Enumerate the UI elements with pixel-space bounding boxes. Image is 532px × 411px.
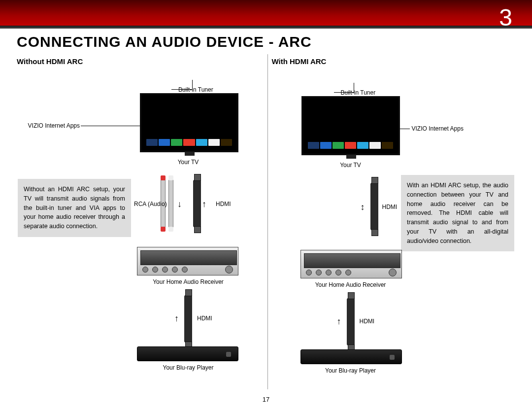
left-subhead: Without HDMI ARC (17, 57, 264, 66)
cable-row-top (370, 183, 378, 230)
arrow-up-icon: ↑ (202, 200, 206, 208)
callout-apps: VIZIO Internet Apps (412, 125, 464, 132)
column-without-arc: Without HDMI ARC Built-in Tuner VIZIO In… (17, 54, 264, 389)
left-diagram: Built-in Tuner VIZIO Internet Apps Witho… (17, 72, 264, 378)
bluray-icon (300, 349, 402, 364)
right-subhead: With HDMI ARC (272, 57, 519, 66)
label-receiver: Your Home Audio Receiver (139, 278, 237, 285)
callout-tuner: Built-in Tuner (178, 86, 213, 93)
label-tv: Your TV (301, 162, 400, 169)
page-number: 17 (0, 396, 532, 403)
app-row-icon (308, 142, 394, 149)
tv-illustration (301, 96, 400, 155)
content-columns: Without HDMI ARC Built-in Tuner VIZIO In… (0, 54, 532, 389)
label-tv: Your TV (139, 159, 237, 166)
arrow-up-icon: ↑ (337, 317, 341, 326)
column-with-arc: With HDMI ARC Built-in Tuner VIZIO Inter… (272, 54, 519, 389)
cable-row-bottom (347, 298, 355, 345)
app-row-icon (146, 139, 232, 146)
header-shadow (0, 26, 532, 29)
callout-apps: VIZIO Internet Apps (21, 122, 80, 129)
hdmi-cable-icon (184, 295, 192, 342)
cable-row-bottom (184, 295, 192, 342)
column-divider (267, 54, 268, 389)
tv-illustration (140, 93, 238, 152)
tv-icon (301, 96, 400, 155)
tv-icon (140, 93, 238, 152)
receiver-icon (300, 250, 402, 278)
hdmi-cable-icon (370, 183, 378, 230)
chapter-number: 3 (499, 4, 512, 31)
label-bluray: Your Blu-ray Player (301, 367, 400, 374)
label-hdmi-top: HDMI (216, 201, 231, 207)
label-rca: RCA (Audio) (134, 201, 167, 207)
arrow-updown-icon: ↕ (361, 203, 365, 211)
label-hdmi-bottom: HDMI (197, 315, 212, 322)
chapter-header-bar: 3 (0, 0, 532, 26)
bluray-icon (137, 346, 238, 361)
callout-tuner: Built-in Tuner (341, 89, 376, 96)
page-title: CONNECTING AN AUDIO DEVICE - ARC (17, 34, 532, 50)
arrow-down-icon: ↓ (177, 200, 182, 208)
hdmi-cable-icon (347, 298, 355, 345)
label-hdmi-top: HDMI (382, 204, 398, 210)
hdmi-cable-icon (193, 180, 201, 227)
right-description: With an HDMI ARC setup, the audio connec… (401, 175, 514, 251)
label-hdmi-bottom: HDMI (360, 318, 375, 325)
left-description: Without an HDMI ARC setup, your TV will … (18, 179, 131, 237)
callout-line-apps (81, 126, 145, 126)
receiver-icon (137, 247, 238, 275)
label-bluray: Your Blu-ray Player (139, 364, 237, 371)
right-diagram: Built-in Tuner VIZIO Internet Apps With … (272, 72, 519, 378)
label-receiver: Your Home Audio Receiver (301, 281, 400, 288)
arrow-up-icon: ↑ (174, 314, 179, 323)
